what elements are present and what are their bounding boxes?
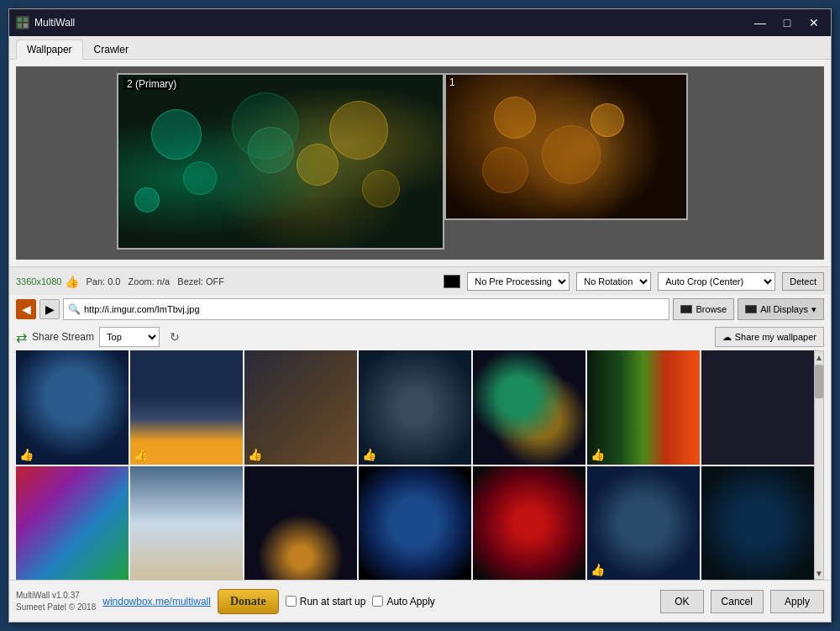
thumbs-up-icon: 👍 — [65, 275, 79, 288]
auto-apply-label[interactable]: Auto Apply — [372, 596, 434, 607]
resolution-display: 3360x1080 👍 — [16, 275, 79, 288]
back-button[interactable]: ◀ — [16, 299, 36, 319]
share-bar: ⇄ Share Stream Top Bottom Left Right Ran… — [9, 323, 831, 350]
monitor-icon — [680, 305, 692, 313]
cloud-icon: ☁ — [722, 332, 732, 343]
shuffle-icon[interactable]: ⇄ — [16, 329, 27, 345]
like-icon-6: 👍 — [591, 448, 605, 461]
share-stream-label: Share Stream — [32, 331, 94, 343]
monitor-1-label: 1 — [449, 76, 455, 88]
tab-crawler[interactable]: Crawler — [83, 39, 139, 59]
forward-button[interactable]: ▶ — [39, 299, 60, 319]
svg-rect-3 — [24, 24, 28, 28]
grid-item-3[interactable]: 👍 — [244, 350, 357, 465]
scrollbar-thumb[interactable] — [815, 365, 823, 398]
pan-info: Pan: 0.0 Zoom: n/a Bezel: OFF — [86, 276, 437, 287]
monitor-2-label: 2 (Primary) — [123, 78, 180, 90]
detect-button[interactable]: Detect — [782, 272, 824, 291]
monitor-2-preview[interactable]: 2 (Primary) — [117, 73, 444, 250]
refresh-button[interactable]: ↻ — [165, 327, 185, 347]
like-icon-1: 👍 — [19, 448, 34, 461]
all-displays-button[interactable]: All Displays ▾ — [738, 298, 824, 320]
svg-rect-1 — [24, 18, 28, 22]
run-startup-checkbox[interactable] — [286, 596, 297, 607]
grid-item-14[interactable] — [701, 466, 814, 581]
run-startup-label[interactable]: Run at start up — [286, 596, 366, 607]
grid-item-8[interactable] — [16, 466, 129, 581]
grid-item-7[interactable] — [701, 350, 814, 465]
ok-button[interactable]: OK — [660, 590, 703, 613]
color-swatch[interactable] — [444, 275, 460, 288]
like-icon-4: 👍 — [362, 448, 376, 461]
resolution-text: 3360x1080 — [16, 276, 61, 287]
donate-button[interactable]: Donate — [218, 589, 279, 614]
window-controls: — □ ✕ — [750, 15, 824, 30]
grid-item-9[interactable] — [130, 466, 243, 581]
app-info: MultiWall v1.0.37 Sumeet Patel © 2018 — [16, 590, 96, 613]
grid-item-10[interactable] — [244, 466, 357, 581]
display-icon — [745, 305, 757, 313]
grid-container: 👍 👍 👍 👍 👍 — [16, 350, 814, 580]
scrollbar[interactable]: ▲ ▼ — [814, 350, 824, 580]
monitor-1-preview[interactable] — [444, 73, 688, 220]
nav-bar: ◀ ▶ 🔍 Browse All Displays ▾ — [9, 295, 831, 323]
grid-item-6[interactable]: 👍 — [587, 350, 700, 465]
maximize-button[interactable]: □ — [777, 15, 797, 30]
scrollbar-up[interactable]: ▲ — [814, 351, 824, 363]
preview-area: 2 (Primary) — [16, 66, 824, 260]
grid-item-5[interactable] — [473, 350, 585, 465]
dropdown-arrow-icon: ▾ — [811, 304, 816, 315]
minimize-button[interactable]: — — [750, 15, 770, 30]
like-icon-2: 👍 — [134, 448, 148, 461]
status-bar: 3360x1080 👍 Pan: 0.0 Zoom: n/a Bezel: OF… — [9, 266, 831, 295]
rotation-dropdown[interactable]: No Rotation 90° 180° 270° — [576, 272, 651, 291]
tab-wallpaper[interactable]: Wallpaper — [16, 39, 83, 60]
wallpaper-grid: 👍 👍 👍 👍 👍 — [9, 350, 831, 580]
main-content: 2 (Primary) — [9, 60, 831, 622]
tab-bar: Wallpaper Crawler — [9, 36, 831, 60]
share-wallpaper-button[interactable]: ☁ Share my wallpaper — [715, 327, 824, 347]
app-version: MultiWall v1.0.37 — [16, 590, 96, 602]
grid-item-12[interactable] — [473, 466, 585, 581]
url-input[interactable] — [63, 298, 669, 320]
grid-item-1[interactable]: 👍 — [16, 350, 129, 465]
grid-item-11[interactable] — [359, 466, 471, 581]
search-icon: 🔍 — [68, 303, 81, 315]
app-author: Sumeet Patel © 2018 — [16, 602, 96, 613]
like-icon-13: 👍 — [591, 563, 605, 576]
bottom-bar: MultiWall v1.0.37 Sumeet Patel © 2018 wi… — [9, 580, 831, 622]
apply-button[interactable]: Apply — [770, 590, 824, 613]
main-window: MultiWall — □ ✕ Wallpaper Crawler 2 (Pri… — [8, 8, 832, 623]
grid-item-4[interactable]: 👍 — [359, 350, 471, 465]
position-dropdown[interactable]: Top Bottom Left Right Random — [99, 327, 160, 347]
app-icon — [16, 16, 29, 29]
svg-rect-0 — [18, 18, 22, 22]
auto-apply-checkbox[interactable] — [372, 596, 383, 607]
browse-button[interactable]: Browse — [673, 298, 734, 320]
svg-rect-2 — [18, 24, 22, 28]
grid-item-13[interactable]: 👍 — [587, 466, 700, 581]
close-button[interactable]: ✕ — [804, 15, 824, 30]
cancel-button[interactable]: Cancel — [711, 590, 764, 613]
like-icon-3: 👍 — [248, 448, 262, 461]
title-bar: MultiWall — □ ✕ — [9, 9, 831, 36]
crop-dropdown[interactable]: Auto Crop (Center) Stretch Fit Tile — [658, 272, 775, 291]
app-link[interactable]: windowbox.me/multiwall — [102, 596, 211, 607]
scrollbar-down[interactable]: ▼ — [814, 567, 824, 579]
window-title: MultiWall — [34, 17, 750, 29]
preprocessing-dropdown[interactable]: No Pre Processing Blur Darken Lighten — [467, 272, 570, 291]
grid-item-2[interactable]: 👍 — [130, 350, 243, 465]
